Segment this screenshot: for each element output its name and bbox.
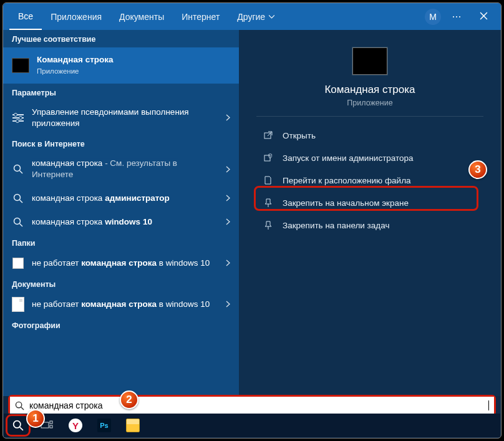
svg-point-2 bbox=[14, 194, 21, 200]
yandex-icon: Y bbox=[69, 419, 82, 432]
section-params: Параметры bbox=[3, 84, 239, 101]
action-pin-taskbar[interactable]: Закрепить на панели задач bbox=[256, 214, 483, 236]
best-match-result[interactable]: Командная строка Приложение bbox=[3, 47, 239, 84]
best-match-subtitle: Приложение bbox=[37, 67, 230, 77]
folder-item-icon bbox=[12, 257, 24, 269]
explorer-icon bbox=[126, 419, 140, 432]
action-open-location[interactable]: Перейти к расположению файла bbox=[256, 169, 483, 191]
svg-point-10 bbox=[14, 421, 21, 428]
section-best-match: Лучшее соответствие bbox=[3, 30, 239, 47]
svg-rect-14 bbox=[50, 425, 52, 428]
chevron-right-icon bbox=[226, 259, 230, 266]
annotation-badge-1: 1 bbox=[26, 409, 45, 428]
folder-result[interactable]: не работает командная строка в windows 1… bbox=[3, 251, 239, 275]
search-icon bbox=[12, 163, 24, 175]
section-web: Поиск в Интернете bbox=[3, 135, 239, 152]
tab-documents[interactable]: Документы bbox=[110, 4, 173, 29]
chevron-right-icon bbox=[226, 114, 230, 121]
best-match-title: Командная строка bbox=[37, 55, 114, 64]
action-pin-start-label: Закрепить на начальном экране bbox=[283, 198, 409, 208]
preview-pane: Командная строка Приложение Открыть Запу… bbox=[239, 30, 501, 396]
tab-internet[interactable]: Интернет bbox=[173, 4, 228, 29]
filter-tabs: Все Приложения Документы Интернет Другие… bbox=[3, 3, 501, 30]
chevron-right-icon bbox=[226, 166, 230, 173]
open-icon bbox=[263, 130, 274, 141]
folder-location-icon bbox=[263, 175, 274, 186]
preview-actions: Открыть Запуск от имени администратора П… bbox=[239, 117, 501, 244]
search-icon bbox=[15, 401, 24, 410]
annotation-badge-3: 3 bbox=[468, 160, 487, 179]
chevron-down-icon bbox=[269, 15, 274, 19]
close-button[interactable] bbox=[472, 10, 495, 23]
pin-start-icon bbox=[263, 197, 274, 208]
action-run-as-admin[interactable]: Запуск от имени администратора bbox=[256, 147, 483, 169]
shield-admin-icon bbox=[263, 152, 274, 163]
web-result-2[interactable]: командная строка администратор bbox=[3, 187, 239, 210]
document-icon bbox=[12, 298, 24, 311]
chevron-right-icon bbox=[226, 195, 230, 201]
cmd-icon bbox=[12, 57, 29, 74]
svg-line-9 bbox=[21, 407, 24, 409]
tab-other[interactable]: Другие bbox=[228, 4, 283, 29]
chevron-right-icon bbox=[226, 301, 230, 308]
account-avatar[interactable]: M bbox=[425, 9, 441, 25]
taskbar-app-yandex[interactable]: Y bbox=[65, 416, 86, 435]
action-location-label: Перейти к расположению файла bbox=[283, 176, 411, 185]
section-documents: Документы bbox=[3, 275, 239, 293]
svg-point-0 bbox=[14, 165, 21, 172]
search-icon bbox=[12, 192, 24, 205]
search-icon bbox=[12, 420, 24, 431]
settings-sliders-icon bbox=[12, 112, 24, 124]
svg-line-5 bbox=[20, 223, 23, 226]
taskbar-search-button[interactable] bbox=[7, 416, 29, 435]
close-icon bbox=[480, 12, 488, 20]
svg-line-11 bbox=[20, 427, 23, 430]
preview-subtitle: Приложение bbox=[347, 99, 392, 107]
annotation-badge-2: 2 bbox=[120, 390, 138, 409]
document-result[interactable]: не работает командная строка в windows 1… bbox=[3, 293, 239, 316]
chevron-right-icon bbox=[226, 218, 230, 225]
web-result-3[interactable]: командная строка windows 10 bbox=[3, 210, 239, 234]
more-options-button[interactable]: ··· bbox=[447, 10, 466, 23]
text-caret bbox=[488, 400, 489, 410]
taskbar-app-explorer[interactable] bbox=[122, 416, 143, 435]
tab-apps[interactable]: Приложения bbox=[42, 4, 110, 29]
section-folders: Папки bbox=[3, 234, 239, 251]
action-pin-taskbar-label: Закрепить на панели задач bbox=[283, 221, 389, 230]
action-pin-start[interactable]: Закрепить на начальном экране bbox=[256, 191, 483, 214]
svg-rect-7 bbox=[264, 155, 270, 161]
search-input-wrapper[interactable] bbox=[10, 397, 494, 414]
pin-taskbar-icon bbox=[263, 220, 274, 231]
svg-line-1 bbox=[20, 171, 23, 174]
preview-app-icon bbox=[352, 47, 387, 75]
svg-rect-13 bbox=[50, 421, 52, 424]
taskbar-app-photoshop[interactable]: Ps bbox=[94, 416, 115, 435]
web-result-1[interactable]: командная строка - См. результаты в Инте… bbox=[3, 152, 239, 186]
tab-other-label: Другие bbox=[237, 12, 265, 22]
action-open-label: Открыть bbox=[283, 131, 316, 140]
results-list: Лучшее соответствие Командная строка При… bbox=[3, 30, 239, 396]
settings-result-aliases[interactable]: Управление псевдонимами выполнения прило… bbox=[3, 101, 239, 135]
svg-point-8 bbox=[16, 402, 21, 407]
section-photos: Фотографии bbox=[3, 316, 239, 334]
search-panel: Все Приложения Документы Интернет Другие… bbox=[2, 2, 502, 439]
svg-line-3 bbox=[20, 200, 23, 203]
tab-all[interactable]: Все bbox=[9, 4, 42, 30]
taskbar: Y Ps bbox=[4, 414, 500, 437]
preview-title: Командная строка bbox=[324, 84, 415, 96]
search-icon bbox=[12, 216, 24, 228]
action-run-as-admin-label: Запуск от имени администратора bbox=[283, 153, 414, 163]
search-input[interactable] bbox=[29, 400, 487, 410]
photoshop-icon: Ps bbox=[97, 419, 111, 432]
action-open[interactable]: Открыть bbox=[256, 124, 483, 147]
svg-point-4 bbox=[14, 218, 21, 224]
